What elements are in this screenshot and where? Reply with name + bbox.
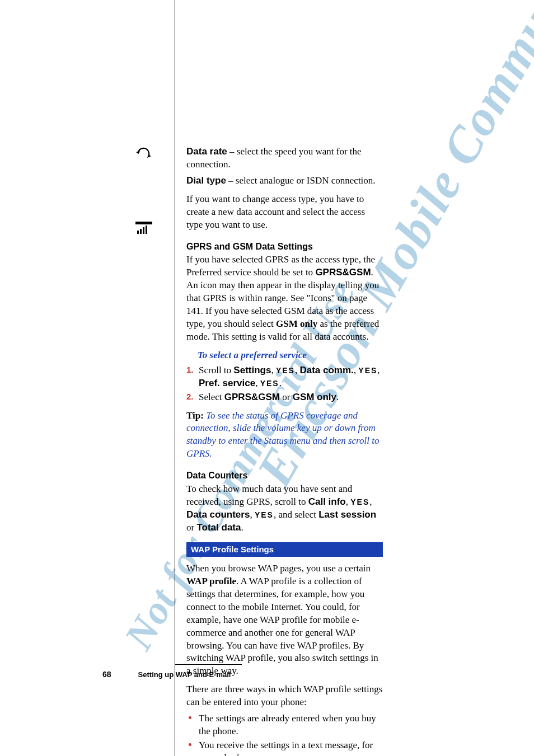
gprs-body-bold1: GPRS&GSM xyxy=(315,267,371,278)
gprs-body: If you have selected GPRS as the access … xyxy=(186,253,383,344)
counters-total: Total data xyxy=(196,522,241,533)
wap-p1-pre: When you browse WAP pages, you use a cer… xyxy=(186,563,371,574)
step-2-num: 2. xyxy=(186,391,194,402)
step-1-yes1: YES xyxy=(276,366,295,375)
preferred-service-heading: To select a preferred service xyxy=(198,349,383,362)
step-1: 1. Scroll to Settings, YES, Data comm., … xyxy=(186,364,383,390)
step-1-settings: Settings xyxy=(233,365,271,375)
wap-p1-post: . A WAP profile is a collection of setti… xyxy=(186,576,378,677)
step-1-yes2: YES xyxy=(358,366,377,375)
wap-bullet-1-text: The settings are already entered when yo… xyxy=(199,713,376,736)
counters-last: Last session xyxy=(318,509,376,520)
step-2-or: or xyxy=(280,392,293,402)
wap-bullet-2: You receive the settings in a text messa… xyxy=(186,739,383,756)
wap-p1: When you browse WAP pages, you use a cer… xyxy=(186,562,383,678)
step-1-num: 1. xyxy=(186,364,194,375)
counters-callinfo: Call info xyxy=(308,496,346,507)
wap-p2: There are three ways in which WAP profil… xyxy=(186,683,383,709)
data-rate-label: Data rate xyxy=(186,146,227,157)
footer-rule xyxy=(175,664,242,665)
svg-rect-2 xyxy=(140,229,142,234)
tip-label: Tip: xyxy=(186,410,206,421)
tip-block: Tip: To see the status of GPRS coverage … xyxy=(186,410,383,461)
step-1-yes3: YES xyxy=(260,379,279,388)
counters-yes2: YES xyxy=(255,510,274,519)
page-footer: 68 Setting up WAP and E-mail xyxy=(102,669,394,680)
svg-rect-3 xyxy=(143,227,144,234)
wap-section-bar: WAP Profile Settings xyxy=(186,542,383,557)
data-rate-line: Data rate – select the speed you want fo… xyxy=(186,145,383,171)
wap-p1-bold: WAP profile xyxy=(186,576,236,586)
step-2: 2. Select GPRS&GSM or GSM only. xyxy=(186,391,383,404)
change-access-para: If you want to change access type, you h… xyxy=(186,193,383,232)
step-2-text: Select xyxy=(199,392,224,402)
tip-text: To see the status of GPRS coverage and c… xyxy=(186,410,380,459)
gprs-heading: GPRS and GSM Data Settings xyxy=(186,241,383,253)
counters-select: , and select xyxy=(274,509,318,520)
dial-type-text: – select analogue or ISDN connection. xyxy=(226,175,376,186)
signal-icon xyxy=(133,222,155,234)
counters-yes1: YES xyxy=(350,497,369,506)
wap-bullet-2-text: You receive the settings in a text messa… xyxy=(199,740,373,756)
wap-bullet-1: The settings are already entered when yo… xyxy=(186,712,383,738)
bullet-icon xyxy=(189,716,191,719)
counters-or: or xyxy=(186,522,196,533)
step-1-datacomm: Data comm. xyxy=(299,365,353,375)
svg-rect-0 xyxy=(135,222,152,224)
step-2-opt2: GSM only xyxy=(293,392,336,402)
step-1-text: Scroll to xyxy=(199,365,233,375)
counters-body: To check how much data you have sent and… xyxy=(186,483,383,534)
counters-heading: Data Counters xyxy=(186,469,383,482)
wap-bullets: The settings are already entered when yo… xyxy=(186,712,383,756)
bullet-icon xyxy=(189,743,191,746)
svg-rect-1 xyxy=(137,231,139,234)
footer-title: Setting up WAP and E-mail xyxy=(138,670,231,680)
main-content: Data rate – select the speed you want fo… xyxy=(175,0,383,756)
rotate-icon xyxy=(133,147,155,160)
step-2-opt1: GPRS&GSM xyxy=(224,392,280,402)
page-number: 68 xyxy=(102,669,111,680)
dial-type-line: Dial type – select analogue or ISDN conn… xyxy=(186,175,383,187)
steps-list: 1. Scroll to Settings, YES, Data comm., … xyxy=(186,364,383,404)
svg-rect-4 xyxy=(146,226,147,234)
dial-type-label: Dial type xyxy=(186,175,226,186)
counters-datacounters: Data counters xyxy=(186,509,250,520)
gprs-body-bold2: GSM only xyxy=(276,318,317,329)
step-1-pref: Pref. service xyxy=(199,378,255,388)
